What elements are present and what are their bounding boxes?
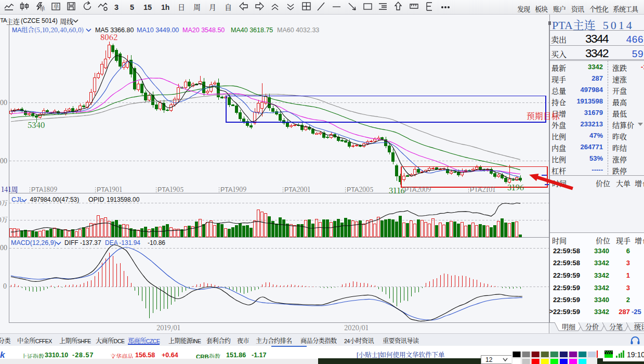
svg-text:3196: 3196 [507,181,524,192]
svg-text:00: 00 [0,243,7,252]
svg-text:PTA2005: PTA2005 [347,185,373,194]
svg-text:单: 单 [40,4,45,12]
svg-text:单: 单 [54,2,59,10]
svg-text:2019/01: 2019/01 [156,322,180,332]
svg-text:CJL: CJL [11,196,23,203]
svg-text:0: 0 [3,281,7,291]
svg-text:周: 周 [193,2,201,12]
svg-text:00: 00 [0,98,7,107]
svg-text:月: 月 [209,2,216,12]
svg-text:PTA2001: PTA2001 [284,185,310,194]
svg-text:日: 日 [178,2,185,12]
svg-text:3: 3 [114,3,119,11]
svg-text:-10.86: -10.86 [148,239,165,246]
svg-text:DIFF -137.37: DIFF -137.37 [64,239,101,246]
svg-text:自: 自 [225,2,232,12]
svg-text:MACD(12,26,9): MACD(12,26,9) [11,239,56,246]
svg-text:DEA -131.94: DEA -131.94 [105,239,140,246]
svg-text:OPID: OPID [88,196,104,203]
svg-text:MA40 3618.75: MA40 3618.75 [231,27,273,34]
svg-text:MA10 3449.00: MA10 3449.00 [137,27,179,34]
svg-text:5340: 5340 [28,119,45,130]
svg-text:0万: 0万 [0,198,8,207]
svg-text:PTA1809: PTA1809 [31,185,57,194]
svg-text:8062: 8062 [100,31,117,42]
svg-text:PTA1905: PTA1905 [157,185,183,194]
svg-text:PTA2009: PTA2009 [404,185,431,194]
svg-text:PTA1901: PTA1901 [97,185,122,194]
svg-text:2020/01: 2020/01 [344,322,369,332]
svg-text:明细: 明细 [562,322,575,331]
svg-text:MA组合(5,10,20,40,60,0): MA组合(5,10,20,40,60,0) [12,25,84,34]
svg-text:MA60 4032.33: MA60 4032.33 [277,27,319,34]
svg-text:MA20 3548.50: MA20 3548.50 [182,27,225,34]
svg-text:00: 00 [0,156,7,165]
svg-text:3116: 3116 [389,185,405,196]
svg-text:15: 15 [143,3,152,11]
svg-text:141周: 141周 [1,184,18,194]
svg-text:1913598.00: 1913598.00 [107,196,140,203]
svg-text:497984.00(47:53): 497984.00(47:53) [30,196,80,203]
svg-text:PTA1909: PTA1909 [220,185,246,194]
svg-text:分价: 分价 [585,322,599,331]
svg-text:0万: 0万 [0,215,8,224]
svg-text:1h: 1h [161,3,169,11]
svg-text:PTA2101: PTA2101 [470,185,495,194]
svg-text:分笔: 分笔 [609,322,623,331]
svg-text:统计: 统计 [634,322,644,331]
svg-text:5: 5 [130,3,134,11]
